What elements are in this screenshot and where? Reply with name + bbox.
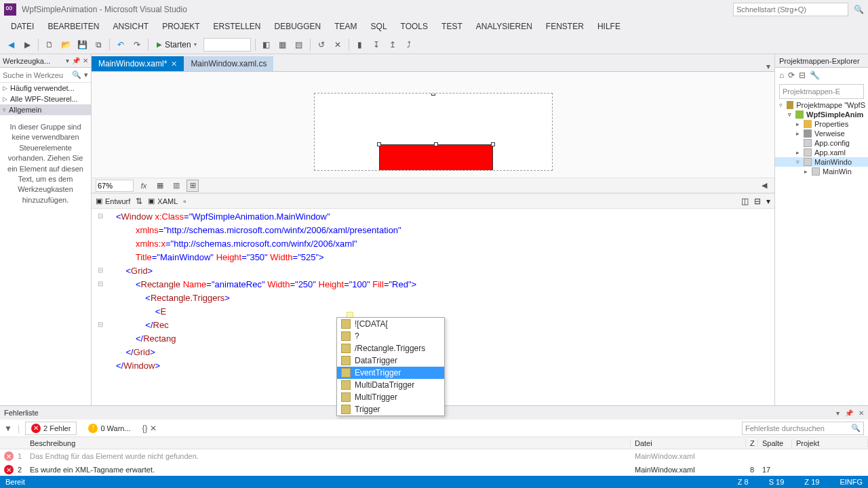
grid-icon[interactable]: ▦	[154, 180, 166, 192]
menu-item-bearbeiten[interactable]: BEARBEITEN	[41, 19, 106, 35]
fold-icon[interactable]	[92, 344, 109, 358]
split-horiz-icon[interactable]: ⊟	[754, 197, 761, 206]
code-line[interactable]: <Grid>	[116, 266, 774, 279]
quicklaunch-input[interactable]	[733, 3, 848, 16]
design-window[interactable]: 109,5	[314, 93, 553, 171]
code-line[interactable]: xmlns="http://schemas.microsoft.com/winf…	[116, 225, 774, 239]
menu-item-projekt[interactable]: PROJEKT	[155, 19, 206, 35]
pin-icon[interactable]: 📌	[845, 409, 853, 417]
design-rectangle[interactable]	[379, 144, 493, 171]
intellisense-item[interactable]: ![CDATA[	[337, 318, 444, 330]
home-icon[interactable]: ⌂	[779, 70, 784, 80]
dropdown-icon[interactable]: ▾	[836, 409, 840, 417]
swap-icon[interactable]: ⇅	[136, 197, 142, 206]
intellisense-popup[interactable]: ![CDATA[?/Rectangle.TriggersDataTriggerE…	[336, 317, 445, 416]
code-line[interactable]: </Rec	[116, 320, 774, 333]
code-line[interactable]: </Grid>	[116, 347, 774, 361]
tree-item[interactable]: ▸Verweise	[775, 129, 868, 138]
fold-icon[interactable]	[92, 222, 109, 236]
menu-item-fenster[interactable]: FENSTER	[539, 19, 591, 35]
tree-item[interactable]: ▿Projektmappe "WpfS	[775, 100, 868, 110]
code-line[interactable]: xmlns:x="http://schemas.microsoft.com/wi…	[116, 239, 774, 252]
undo-icon[interactable]: ↶	[114, 38, 127, 52]
intellisense-icons[interactable]: {} ✕	[142, 424, 157, 433]
open-file-icon[interactable]: 📂	[59, 38, 73, 52]
menu-item-team[interactable]: TEAM	[328, 19, 363, 35]
fold-icon[interactable]: ⊟	[92, 277, 109, 290]
menu-item-datei[interactable]: DATEI	[4, 19, 41, 35]
menu-item-test[interactable]: TEST	[435, 19, 469, 35]
col-file[interactable]: Datei	[631, 439, 746, 447]
collapse-icon[interactable]: ▾	[766, 197, 770, 206]
fold-icon[interactable]	[92, 236, 109, 249]
designer-canvas[interactable]: 109,5	[92, 72, 774, 178]
tree-item[interactable]: ▿WpfSimpleAnim	[775, 110, 868, 119]
code-line[interactable]: <E	[116, 306, 774, 320]
close-icon[interactable]: ✕	[859, 409, 864, 417]
forward-icon[interactable]: ▶	[20, 38, 34, 52]
code-line[interactable]: <Rectangle Name="animateRec" Width="250"…	[116, 279, 774, 293]
menu-item-debuggen[interactable]: DEBUGGEN	[268, 19, 328, 35]
back-icon[interactable]: ◀	[4, 38, 18, 52]
intellisense-item[interactable]: DataTrigger	[337, 354, 444, 367]
code-line[interactable]: Title="MainWindow" Height="350" Width="5…	[116, 252, 774, 266]
fold-icon[interactable]: ⊟	[92, 317, 109, 331]
refresh-icon[interactable]: ⟳	[788, 70, 795, 80]
intellisense-item[interactable]: ?	[337, 330, 444, 342]
code-line[interactable]: <Window x:Class="WpfSimpleAnimation.Main…	[116, 211, 774, 225]
toolbar-icon-4[interactable]: ↺	[315, 38, 328, 52]
menu-item-tools[interactable]: TOOLS	[394, 19, 435, 35]
xaml-code-editor[interactable]: ⊟⊟⊟⊟ <Window x:Class="WpfSimpleAnimation…	[92, 209, 774, 420]
errorlist-search[interactable]: Fehlerliste durchsuchen🔍	[742, 422, 864, 435]
collapse-icon[interactable]: ⊟	[799, 70, 806, 80]
document-tab[interactable]: MainWindow.xaml*✕	[92, 56, 184, 71]
designer-zoom[interactable]	[96, 180, 134, 192]
toolbar-icon-3[interactable]: ▤	[292, 38, 306, 52]
toolbar-icon-8[interactable]: ↥	[386, 38, 399, 52]
fold-icon[interactable]	[92, 358, 109, 371]
split-vert-icon[interactable]: ◫	[741, 197, 749, 206]
code-line[interactable]: </Rectang	[116, 333, 774, 347]
solution-tree[interactable]: ▿Projektmappe "WpfS▿WpfSimpleAnim▸Proper…	[775, 100, 868, 434]
error-row[interactable]: ✕ 2 Es wurde ein XML-Tagname erwartet. M…	[0, 463, 868, 476]
document-tab[interactable]: MainWindow.xaml.cs	[184, 56, 273, 71]
pin-icon[interactable]: 📌	[72, 57, 80, 64]
fold-icon[interactable]	[92, 304, 109, 317]
col-line[interactable]: Z	[746, 439, 758, 447]
snaplines-icon[interactable]: ⊞	[186, 180, 199, 192]
col-description[interactable]: Beschreibung	[26, 439, 631, 447]
filter-icon[interactable]: ▼	[4, 424, 12, 433]
toolbox-group[interactable]: ▷Häufig verwendet...	[0, 83, 91, 94]
tree-item[interactable]: ▸Properties	[775, 119, 868, 129]
solution-search[interactable]: Projektmappen-E	[779, 84, 864, 99]
menu-item-sql[interactable]: SQL	[364, 19, 394, 35]
search-icon[interactable]: 🔍	[72, 70, 81, 79]
design-tab[interactable]: ▣Entwurf	[96, 197, 130, 205]
fold-icon[interactable]	[92, 249, 109, 263]
search-icon[interactable]: 🔍	[854, 5, 864, 14]
xaml-tab[interactable]: ▣XAML	[148, 197, 178, 205]
code-line[interactable]: </Window>	[116, 361, 774, 374]
folding-gutter[interactable]: ⊟⊟⊟⊟	[92, 209, 109, 420]
menu-item-analysieren[interactable]: ANALYSIEREN	[469, 19, 539, 35]
configuration-dropdown[interactable]	[203, 38, 251, 52]
toolbox-group-selected[interactable]: ▿Allgemein	[0, 104, 91, 115]
dropdown-icon[interactable]: ▾	[66, 57, 69, 64]
toolbar-icon-2[interactable]: ▦	[276, 38, 290, 52]
close-icon[interactable]: ✕	[83, 57, 88, 64]
tree-item[interactable]: ▸MainWin	[775, 167, 868, 176]
toolbar-icon-9[interactable]: ⤴	[402, 38, 416, 52]
tree-item[interactable]: ▿MainWindo	[775, 157, 868, 167]
code-line[interactable]: <Rectangle.Triggers>	[116, 293, 774, 306]
col-project[interactable]: Projekt	[792, 439, 868, 447]
toolbox-search[interactable]: 🔍▾	[0, 68, 91, 83]
intellisense-item[interactable]: MultiDataTrigger	[337, 379, 444, 391]
start-debug-button[interactable]: ▶ Starten ▾	[153, 37, 201, 52]
save-icon[interactable]: 💾	[75, 38, 89, 52]
popup-icon[interactable]: ▫	[183, 197, 186, 206]
scroll-left-icon[interactable]: ◀	[758, 180, 770, 192]
tree-item[interactable]: ▸App.xaml	[775, 148, 868, 157]
toolbar-icon-6[interactable]: ▮	[353, 38, 367, 52]
close-icon[interactable]: ✕	[171, 60, 177, 68]
toolbox-search-input[interactable]	[3, 71, 64, 79]
